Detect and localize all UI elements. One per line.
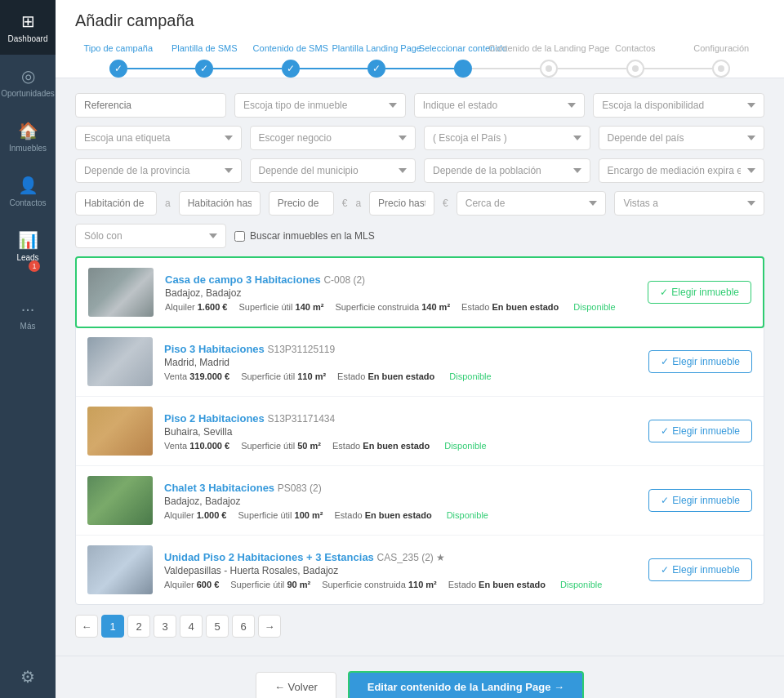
sidebar-item-contactos[interactable]: 👤 Contactos — [0, 164, 56, 219]
property-details: Alquiler 600 € Superficie útil 90 m² Sup… — [164, 580, 637, 589]
sidebar-item-label: Dashboard — [8, 34, 48, 43]
property-item: Chalet 3 Habitaciones PS083 (2) Badajoz,… — [76, 466, 764, 536]
check-icon: ✓ — [661, 425, 669, 437]
superficie-util-label: Superficie útil 90 m² — [230, 580, 310, 589]
leads-icon: 📊 — [18, 230, 38, 250]
sidebar-item-mas[interactable]: ··· Más — [0, 288, 56, 342]
step-contactos[interactable]: Contactos — [592, 43, 679, 78]
elegir-inmueble-button[interactable]: ✓ Elegir inmueble — [648, 420, 752, 442]
step-label: Contenido de SMS — [253, 43, 328, 53]
elegir-inmueble-button[interactable]: ✓ Elegir inmueble — [648, 489, 752, 512]
volver-button[interactable]: ← Volver — [256, 672, 336, 698]
step-plantilla-sms[interactable]: Plantilla de SMS ✓ — [162, 43, 248, 78]
precio-a: a — [355, 198, 361, 209]
property-location: Valdepasillas - Huerta Rosales, Badajoz — [164, 565, 637, 576]
gear-icon: ⚙ — [20, 667, 35, 687]
step-tipo-campana[interactable]: Tipo de campaña ✓ — [75, 43, 162, 78]
precio-hasta-input[interactable] — [369, 191, 434, 216]
sidebar-item-inmuebles[interactable]: 🏠 Inmuebles — [0, 109, 56, 164]
disponibilidad-select[interactable]: Escoja la disponibilidad — [593, 93, 764, 118]
sidebar-item-settings[interactable]: ⚙ — [0, 656, 56, 698]
sidebar-item-oportunidades[interactable]: ◎ Oportunidades — [0, 55, 56, 109]
estado-value: En buen estado — [368, 371, 434, 381]
contactos-icon: 👤 — [18, 176, 38, 195]
disponible-label: Disponible — [557, 580, 602, 589]
page-2-button[interactable]: 2 — [127, 615, 150, 638]
solo-con-select[interactable]: Sólo con — [75, 224, 226, 248]
disponible-label: Disponible — [446, 371, 491, 381]
elegir-inmueble-button[interactable]: ✓ Elegir inmueble — [648, 350, 752, 373]
price-value: 1.000 € — [197, 510, 227, 520]
provincia-select[interactable]: Depende de la provincia — [75, 158, 242, 183]
property-item: Casa de campo 3 Habitaciones C-008 (2) B… — [75, 256, 764, 328]
property-code: PS083 (2) — [278, 482, 322, 494]
estado-value: En buen estado — [363, 441, 430, 451]
vistas-select[interactable]: Vistas a — [614, 191, 764, 216]
cerca-select[interactable]: Cerca de — [457, 191, 607, 216]
prev-page-button[interactable]: ← — [75, 615, 98, 638]
poblacion-select[interactable]: Depende de la población — [424, 158, 590, 183]
step-contenido-sms[interactable]: Contenido de SMS ✓ — [247, 43, 334, 78]
referencia-input[interactable] — [75, 93, 226, 118]
step-connector — [420, 68, 454, 69]
habitacion-hasta-input[interactable] — [179, 191, 261, 216]
step-configuracion[interactable]: Configuración — [679, 43, 765, 78]
property-location: Buhaira, Sevilla — [164, 426, 637, 438]
habitacion-desde-input[interactable] — [75, 191, 157, 216]
elegir-inmueble-button[interactable]: ✓ Elegir inmueble — [648, 558, 752, 581]
editar-contenido-button[interactable]: Editar contenido de la Landing Page → — [348, 671, 584, 698]
property-title: Casa de campo 3 Habitaciones C-008 (2) — [165, 273, 636, 286]
property-code: S13P31171434 — [267, 413, 335, 425]
inmuebles-icon: 🏠 — [18, 121, 38, 140]
mas-icon: ··· — [21, 300, 35, 318]
superficie-util-value: 50 m² — [297, 441, 321, 451]
estado-value: En buen estado — [492, 302, 559, 312]
property-info: Piso 2 Habitaciones S13P31171434 Buhaira… — [164, 412, 637, 451]
elegir-inmueble-button[interactable]: ✓ Elegir inmueble — [648, 281, 751, 304]
property-location: Badajoz, Badajoz — [165, 287, 636, 299]
etiqueta-select[interactable]: Escoja una etiqueta — [75, 126, 242, 150]
sidebar-item-dashboard[interactable]: ⊞ Dashboard — [0, 0, 56, 55]
type-label: Alquiler 1.600 € — [165, 302, 227, 312]
precio-desde-input[interactable] — [269, 191, 334, 216]
estado-select[interactable]: Indique el estado — [414, 93, 586, 118]
estado-label: Estado En buen estado — [337, 371, 434, 381]
page-1-button[interactable]: 1 — [101, 615, 124, 638]
disponible-label: Disponible — [443, 510, 488, 520]
step-connector — [472, 68, 506, 69]
pais-select[interactable]: ( Escoja el País ) — [424, 126, 590, 150]
estado-value: En buen estado — [365, 510, 432, 520]
step-connector — [385, 68, 420, 69]
page-3-button[interactable]: 3 — [154, 615, 176, 638]
mls-checkbox[interactable] — [234, 231, 245, 242]
filter-row-2: Escoja una etiqueta Escoger negocio ( Es… — [75, 126, 764, 150]
step-circle — [540, 60, 558, 78]
page-4-button[interactable]: 4 — [180, 615, 203, 638]
property-title: Piso 3 Habitaciones S13P31125119 — [164, 343, 637, 355]
disponible-label: Disponible — [441, 441, 486, 451]
step-connector — [213, 68, 247, 69]
sidebar-item-leads[interactable]: 📊 Leads 1 — [0, 219, 56, 288]
step-plantilla-landing[interactable]: Plantilla Landing Page ✓ — [334, 43, 421, 78]
step-contenido-landing[interactable]: Contenido de la Landing Page — [506, 43, 593, 78]
municipio-select[interactable]: Depende del municipio — [250, 158, 416, 183]
habitacion-separator: a — [165, 198, 171, 209]
tipo-inmueble-select[interactable]: Escoja tipo de inmueble — [234, 93, 406, 118]
mls-checkbox-row: Buscar inmuebles en la MLS — [234, 230, 375, 242]
property-info: Piso 3 Habitaciones S13P31125119 Madrid,… — [164, 343, 637, 381]
dep-pais-select[interactable]: Depende del país — [599, 126, 765, 150]
check-icon: ✓ — [661, 356, 669, 367]
next-page-button[interactable]: → — [258, 615, 281, 638]
check-icon: ✓ — [660, 287, 668, 298]
property-list: Casa de campo 3 Habitaciones C-008 (2) B… — [75, 256, 764, 605]
check-icon: ✓ — [372, 63, 381, 74]
step-circle — [454, 60, 472, 78]
step-connector — [300, 68, 334, 69]
page-6-button[interactable]: 6 — [232, 615, 255, 638]
page-header: Añadir campaña Tipo de campaña ✓ Plantil… — [56, 0, 784, 78]
property-thumbnail — [87, 407, 153, 456]
encargo-select[interactable]: Encargo de mediación expira en — [599, 158, 765, 183]
step-connector — [334, 68, 368, 69]
page-5-button[interactable]: 5 — [206, 615, 229, 638]
negocio-select[interactable]: Escoger negocio — [250, 126, 416, 150]
